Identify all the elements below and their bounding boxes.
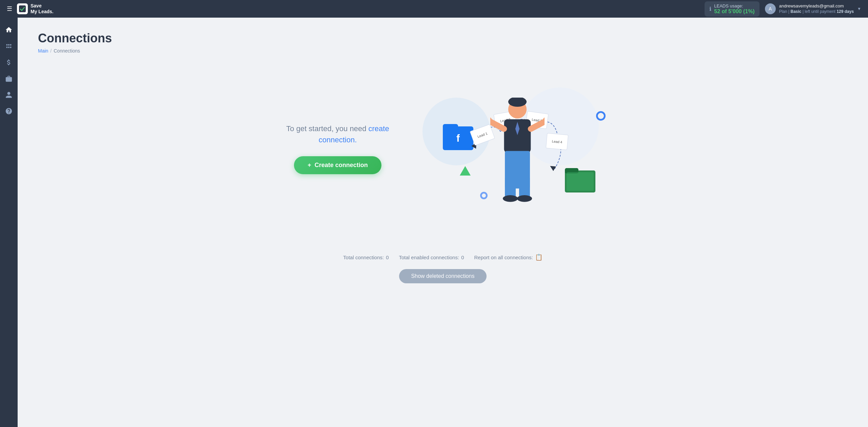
sidebar-item-account[interactable] (2, 88, 16, 102)
illustration: f (422, 77, 612, 220)
hero-section: To get started, you need create connecti… (38, 67, 848, 230)
usage-info: LEADS usage: 52 of 5'000 (1%) (714, 3, 754, 15)
illus-person (490, 98, 545, 206)
sidebar-item-home[interactable] (2, 23, 16, 37)
create-connection-button[interactable]: + Create connection (294, 156, 381, 174)
topbar: ☰ Save My Leads. ℹ LEADS usage: 52 of 5'… (0, 0, 868, 18)
topbar-right: ℹ LEADS usage: 52 of 5'000 (1%) A andrew… (705, 1, 861, 17)
breadcrumb-main-link[interactable]: Main (38, 48, 48, 54)
svg-rect-29 (567, 172, 594, 191)
menu-icon[interactable]: ☰ (7, 5, 12, 13)
svg-point-23 (503, 195, 518, 202)
report-label: Report on all connections: (474, 255, 533, 260)
usage-count: 52 of 5'000 (1%) (714, 8, 754, 15)
sidebar-item-billing[interactable] (2, 56, 16, 69)
svg-line-19 (531, 121, 545, 129)
user-info: andrewsavemyleads@gmail.com Plan | Basic… (779, 3, 854, 14)
svg-point-24 (517, 195, 532, 202)
create-btn-label: Create connection (315, 162, 368, 169)
user-email: andrewsavemyleads@gmail.com (779, 3, 854, 9)
stat-total-enabled: Total enabled connections: 0 (399, 255, 464, 260)
plus-icon: + (308, 162, 311, 169)
show-deleted-button[interactable]: Show deleted connections (399, 269, 487, 283)
logo[interactable]: Save My Leads. (17, 3, 54, 15)
hero-left: To get started, you need create connecti… (273, 123, 402, 174)
svg-rect-21 (505, 177, 516, 198)
total-connections-value: 0 (386, 255, 389, 260)
sidebar (0, 18, 18, 427)
breadcrumb-separator: / (50, 48, 52, 54)
avatar: A (765, 3, 776, 14)
stat-total-connections: Total connections: 0 (343, 255, 389, 260)
logo-icon (17, 3, 28, 14)
leads-usage[interactable]: ℹ LEADS usage: 52 of 5'000 (1%) (705, 1, 759, 17)
illus-right-folder (565, 165, 595, 192)
user-plan: Plan | Basic | left until payment 129 da… (779, 9, 854, 15)
total-enabled-value: 0 (461, 255, 464, 260)
svg-rect-0 (19, 5, 26, 12)
main-layout: Connections Main / Connections To get st… (0, 18, 868, 427)
usage-label: LEADS usage: (714, 3, 754, 8)
footer-stats: Total connections: 0 Total enabled conne… (38, 247, 848, 290)
topbar-left: ☰ Save My Leads. (7, 3, 54, 15)
sidebar-item-connections[interactable] (2, 39, 16, 53)
stat-report: Report on all connections: 📋 (474, 253, 542, 261)
logo-text: Save My Leads. (31, 3, 54, 15)
page-title: Connections (38, 31, 848, 45)
hero-text: To get started, you need create connecti… (273, 123, 402, 145)
breadcrumb-current: Connections (54, 48, 80, 54)
total-enabled-label: Total enabled connections: (399, 255, 459, 260)
svg-line-18 (490, 121, 504, 129)
svg-rect-22 (519, 177, 530, 198)
total-connections-label: Total connections: (343, 255, 384, 260)
sidebar-item-integrations[interactable] (2, 72, 16, 85)
stats-row: Total connections: 0 Total enabled conne… (38, 253, 848, 261)
info-icon: ℹ (709, 6, 711, 12)
main-content: Connections Main / Connections To get st… (18, 18, 868, 427)
chevron-down-icon: ▼ (857, 6, 861, 11)
breadcrumb: Main / Connections (38, 48, 848, 54)
report-icon[interactable]: 📋 (535, 253, 542, 261)
sidebar-item-help[interactable] (2, 104, 16, 118)
user-section[interactable]: A andrewsavemyleads@gmail.com Plan | Bas… (765, 3, 861, 14)
